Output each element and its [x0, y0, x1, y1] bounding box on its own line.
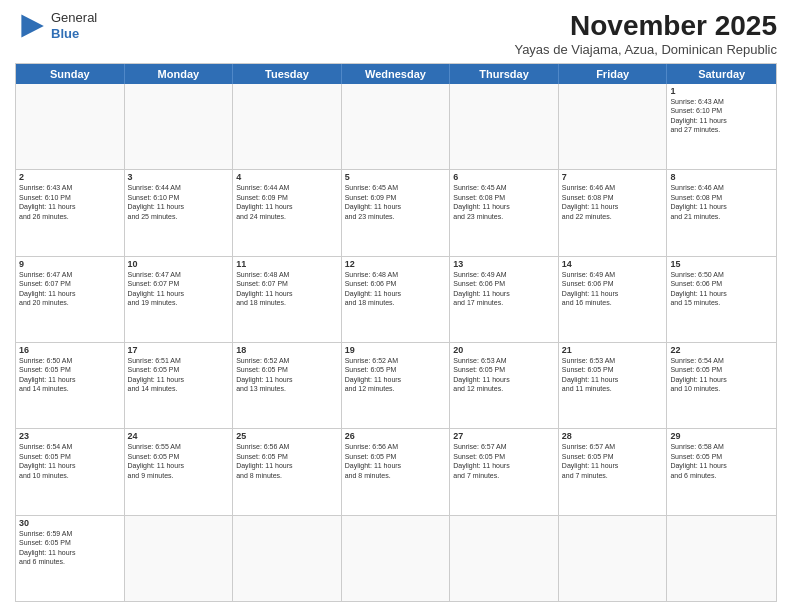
day-info: Sunrise: 6:49 AM Sunset: 6:06 PM Dayligh… — [453, 270, 555, 308]
cal-cell-16: 16Sunrise: 6:50 AM Sunset: 6:05 PM Dayli… — [16, 343, 125, 428]
title-block: November 2025 Yayas de Viajama, Azua, Do… — [514, 10, 777, 57]
day-info: Sunrise: 6:57 AM Sunset: 6:05 PM Dayligh… — [562, 442, 664, 480]
day-number: 20 — [453, 345, 555, 355]
day-info: Sunrise: 6:47 AM Sunset: 6:07 PM Dayligh… — [128, 270, 230, 308]
day-number: 6 — [453, 172, 555, 182]
cal-cell-15: 15Sunrise: 6:50 AM Sunset: 6:06 PM Dayli… — [667, 257, 776, 342]
day-number: 4 — [236, 172, 338, 182]
header: General Blue November 2025 Yayas de Viaj… — [15, 10, 777, 57]
calendar-header: SundayMondayTuesdayWednesdayThursdayFrid… — [16, 64, 776, 84]
cal-cell-30: 30Sunrise: 6:59 AM Sunset: 6:05 PM Dayli… — [16, 516, 125, 601]
day-info: Sunrise: 6:48 AM Sunset: 6:06 PM Dayligh… — [345, 270, 447, 308]
cal-cell-6: 6Sunrise: 6:45 AM Sunset: 6:08 PM Daylig… — [450, 170, 559, 255]
day-info: Sunrise: 6:55 AM Sunset: 6:05 PM Dayligh… — [128, 442, 230, 480]
cal-header-saturday: Saturday — [667, 64, 776, 84]
day-info: Sunrise: 6:56 AM Sunset: 6:05 PM Dayligh… — [345, 442, 447, 480]
day-number: 26 — [345, 431, 447, 441]
cal-cell-empty-5-6 — [667, 516, 776, 601]
cal-cell-27: 27Sunrise: 6:57 AM Sunset: 6:05 PM Dayli… — [450, 429, 559, 514]
day-info: Sunrise: 6:44 AM Sunset: 6:10 PM Dayligh… — [128, 183, 230, 221]
day-info: Sunrise: 6:52 AM Sunset: 6:05 PM Dayligh… — [236, 356, 338, 394]
cal-row-2: 9Sunrise: 6:47 AM Sunset: 6:07 PM Daylig… — [16, 256, 776, 342]
cal-cell-empty-0-1 — [125, 84, 234, 169]
cal-cell-25: 25Sunrise: 6:56 AM Sunset: 6:05 PM Dayli… — [233, 429, 342, 514]
logo-general: General — [51, 10, 97, 26]
calendar-body: 1Sunrise: 6:43 AM Sunset: 6:10 PM Daylig… — [16, 84, 776, 601]
calendar: SundayMondayTuesdayWednesdayThursdayFrid… — [15, 63, 777, 602]
day-number: 19 — [345, 345, 447, 355]
day-number: 3 — [128, 172, 230, 182]
cal-cell-empty-5-3 — [342, 516, 451, 601]
day-number: 13 — [453, 259, 555, 269]
cal-header-sunday: Sunday — [16, 64, 125, 84]
cal-cell-24: 24Sunrise: 6:55 AM Sunset: 6:05 PM Dayli… — [125, 429, 234, 514]
cal-cell-20: 20Sunrise: 6:53 AM Sunset: 6:05 PM Dayli… — [450, 343, 559, 428]
cal-cell-23: 23Sunrise: 6:54 AM Sunset: 6:05 PM Dayli… — [16, 429, 125, 514]
cal-cell-19: 19Sunrise: 6:52 AM Sunset: 6:05 PM Dayli… — [342, 343, 451, 428]
cal-cell-10: 10Sunrise: 6:47 AM Sunset: 6:07 PM Dayli… — [125, 257, 234, 342]
day-info: Sunrise: 6:54 AM Sunset: 6:05 PM Dayligh… — [670, 356, 773, 394]
cal-cell-empty-0-5 — [559, 84, 668, 169]
day-info: Sunrise: 6:58 AM Sunset: 6:05 PM Dayligh… — [670, 442, 773, 480]
cal-cell-empty-0-2 — [233, 84, 342, 169]
day-number: 14 — [562, 259, 664, 269]
page: General Blue November 2025 Yayas de Viaj… — [0, 0, 792, 612]
day-info: Sunrise: 6:57 AM Sunset: 6:05 PM Dayligh… — [453, 442, 555, 480]
cal-cell-26: 26Sunrise: 6:56 AM Sunset: 6:05 PM Dayli… — [342, 429, 451, 514]
day-info: Sunrise: 6:50 AM Sunset: 6:06 PM Dayligh… — [670, 270, 773, 308]
day-info: Sunrise: 6:44 AM Sunset: 6:09 PM Dayligh… — [236, 183, 338, 221]
cal-row-3: 16Sunrise: 6:50 AM Sunset: 6:05 PM Dayli… — [16, 342, 776, 428]
cal-cell-18: 18Sunrise: 6:52 AM Sunset: 6:05 PM Dayli… — [233, 343, 342, 428]
cal-cell-29: 29Sunrise: 6:58 AM Sunset: 6:05 PM Dayli… — [667, 429, 776, 514]
generalblue-logo-icon — [15, 10, 47, 42]
day-number: 15 — [670, 259, 773, 269]
day-info: Sunrise: 6:45 AM Sunset: 6:08 PM Dayligh… — [453, 183, 555, 221]
cal-cell-4: 4Sunrise: 6:44 AM Sunset: 6:09 PM Daylig… — [233, 170, 342, 255]
day-info: Sunrise: 6:50 AM Sunset: 6:05 PM Dayligh… — [19, 356, 121, 394]
cal-header-wednesday: Wednesday — [342, 64, 451, 84]
cal-cell-empty-5-2 — [233, 516, 342, 601]
cal-header-tuesday: Tuesday — [233, 64, 342, 84]
day-info: Sunrise: 6:46 AM Sunset: 6:08 PM Dayligh… — [670, 183, 773, 221]
cal-cell-13: 13Sunrise: 6:49 AM Sunset: 6:06 PM Dayli… — [450, 257, 559, 342]
cal-header-thursday: Thursday — [450, 64, 559, 84]
day-number: 5 — [345, 172, 447, 182]
day-info: Sunrise: 6:53 AM Sunset: 6:05 PM Dayligh… — [453, 356, 555, 394]
day-number: 23 — [19, 431, 121, 441]
svg-marker-1 — [21, 14, 43, 37]
day-info: Sunrise: 6:54 AM Sunset: 6:05 PM Dayligh… — [19, 442, 121, 480]
cal-cell-7: 7Sunrise: 6:46 AM Sunset: 6:08 PM Daylig… — [559, 170, 668, 255]
cal-cell-empty-5-4 — [450, 516, 559, 601]
day-number: 9 — [19, 259, 121, 269]
day-info: Sunrise: 6:47 AM Sunset: 6:07 PM Dayligh… — [19, 270, 121, 308]
day-number: 25 — [236, 431, 338, 441]
day-number: 22 — [670, 345, 773, 355]
day-number: 7 — [562, 172, 664, 182]
cal-cell-empty-0-3 — [342, 84, 451, 169]
cal-row-1: 2Sunrise: 6:43 AM Sunset: 6:10 PM Daylig… — [16, 169, 776, 255]
subtitle: Yayas de Viajama, Azua, Dominican Republ… — [514, 42, 777, 57]
day-info: Sunrise: 6:53 AM Sunset: 6:05 PM Dayligh… — [562, 356, 664, 394]
cal-cell-8: 8Sunrise: 6:46 AM Sunset: 6:08 PM Daylig… — [667, 170, 776, 255]
day-number: 10 — [128, 259, 230, 269]
logo-blue: Blue — [51, 26, 97, 42]
cal-cell-empty-5-5 — [559, 516, 668, 601]
cal-cell-2: 2Sunrise: 6:43 AM Sunset: 6:10 PM Daylig… — [16, 170, 125, 255]
day-info: Sunrise: 6:45 AM Sunset: 6:09 PM Dayligh… — [345, 183, 447, 221]
month-title: November 2025 — [514, 10, 777, 42]
cal-cell-empty-0-0 — [16, 84, 125, 169]
day-number: 12 — [345, 259, 447, 269]
day-number: 18 — [236, 345, 338, 355]
cal-cell-5: 5Sunrise: 6:45 AM Sunset: 6:09 PM Daylig… — [342, 170, 451, 255]
cal-row-5: 30Sunrise: 6:59 AM Sunset: 6:05 PM Dayli… — [16, 515, 776, 601]
cal-row-4: 23Sunrise: 6:54 AM Sunset: 6:05 PM Dayli… — [16, 428, 776, 514]
day-number: 28 — [562, 431, 664, 441]
cal-header-monday: Monday — [125, 64, 234, 84]
cal-cell-9: 9Sunrise: 6:47 AM Sunset: 6:07 PM Daylig… — [16, 257, 125, 342]
day-info: Sunrise: 6:59 AM Sunset: 6:05 PM Dayligh… — [19, 529, 121, 567]
day-number: 29 — [670, 431, 773, 441]
day-info: Sunrise: 6:56 AM Sunset: 6:05 PM Dayligh… — [236, 442, 338, 480]
cal-cell-17: 17Sunrise: 6:51 AM Sunset: 6:05 PM Dayli… — [125, 343, 234, 428]
day-number: 8 — [670, 172, 773, 182]
day-info: Sunrise: 6:48 AM Sunset: 6:07 PM Dayligh… — [236, 270, 338, 308]
